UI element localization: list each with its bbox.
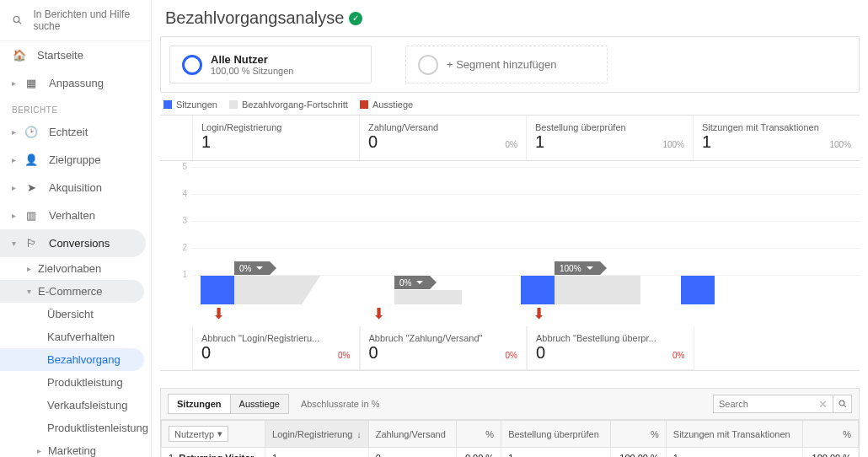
chevron-down-icon: ▾	[217, 428, 222, 439]
clear-icon[interactable]: ✕	[815, 398, 831, 411]
legend-swatch	[163, 100, 172, 109]
y-axis: 1 2 3 4 5	[160, 161, 192, 304]
table-search: ✕	[713, 395, 852, 413]
segment-subtitle: 100,00 % Sitzungen	[211, 66, 293, 76]
funnel-bar-1: 0%	[201, 276, 302, 304]
sort-desc-icon: ↓	[356, 429, 362, 439]
person-icon: 👤	[24, 153, 39, 166]
page-title: Bezahlvorgangsanalyse	[165, 8, 344, 28]
svg-line-3	[844, 405, 846, 407]
chevron-right-icon: ▸	[12, 78, 20, 88]
th-pct[interactable]: %	[802, 421, 858, 448]
chart-legend: Sitzungen Bezahlvorgang-Fortschritt Auss…	[163, 99, 860, 110]
th-payment[interactable]: Zahlung/Versand	[368, 421, 456, 448]
verified-icon: ✓	[349, 12, 362, 25]
svg-point-0	[13, 17, 19, 23]
svg-line-1	[19, 21, 21, 24]
chevron-down-icon: ▾	[12, 239, 20, 248]
segment-add[interactable]: + Segment hinzufügen	[405, 46, 608, 83]
th-pct[interactable]: %	[610, 421, 666, 448]
nav-ec-listperf[interactable]: Produktlistenleistung	[0, 417, 151, 439]
svg-point-2	[839, 401, 844, 406]
th-review[interactable]: Bestellung überprüfen	[501, 421, 611, 448]
search-placeholder: In Berichten und Hilfe suche	[33, 8, 139, 32]
nav-home[interactable]: 🏠Startseite	[0, 41, 151, 69]
th-login[interactable]: Login/Registrierung ↓	[265, 421, 369, 448]
search-icon[interactable]	[833, 395, 851, 413]
th-usertype[interactable]: Nutzertyp▾	[162, 421, 265, 448]
funnel-header-2: Zahlung/Versand00%	[359, 116, 526, 160]
flag-icon: 🏳	[24, 237, 39, 250]
table-row[interactable]: 1 Returning Visitor 1 00.00 % 1100.00 % …	[162, 448, 859, 458]
nav-goals[interactable]: ▸Zielvorhaben	[0, 257, 151, 280]
behavior-icon: ▥	[24, 209, 39, 222]
nav-ec-product[interactable]: Produktleistung	[0, 371, 151, 394]
nav-realtime[interactable]: ▸🕑Echtzeit	[0, 118, 151, 146]
funnel-header-4: Sitzungen mit Transaktionen1100%	[693, 116, 860, 160]
abandon-2: Abbruch "Zahlung/Versand"00%	[360, 326, 528, 370]
chevron-right-icon: ▸	[27, 264, 35, 273]
th-transactions[interactable]: Sitzungen mit Transaktionen	[666, 421, 802, 448]
legend-swatch	[229, 100, 238, 109]
chevron-down-icon	[587, 266, 593, 270]
tab-exits[interactable]: Ausstiege	[231, 394, 289, 414]
segment-panel: Alle Nutzer 100,00 % Sitzungen + Segment…	[160, 36, 860, 93]
progress-tag[interactable]: 0%	[394, 276, 430, 289]
legend-swatch	[360, 100, 368, 109]
funnel-header-1: Login/Registrierung1	[192, 116, 359, 160]
abandon-1: Abbruch "Login/Registrieru...00%	[192, 326, 360, 370]
chevron-down-icon	[256, 266, 263, 270]
progress-tag[interactable]: 0%	[234, 261, 270, 275]
arrow-down-icon: ⬇	[533, 304, 545, 323]
chevron-right-icon: ▸	[12, 127, 20, 137]
nav-acquisition[interactable]: ▸➤Akquisition	[0, 174, 151, 202]
nav-behavior[interactable]: ▸▥Verhalten	[0, 202, 151, 229]
nav-ec-shopping[interactable]: Kaufverhalten	[0, 325, 151, 348]
search-input[interactable]	[714, 399, 815, 409]
funnel-header-3: Bestellung überprüfen1100%	[526, 116, 693, 160]
home-icon: 🏠	[12, 49, 27, 62]
nav-section-reports: BERICHTE	[0, 97, 151, 118]
rate-label: Abschlussrate in %	[301, 399, 380, 409]
nav-ec-marketing[interactable]: ▸Marketing	[0, 439, 151, 457]
nav-ec-checkout[interactable]: Bezahlvorgang	[0, 348, 144, 371]
search-row[interactable]: In Berichten und Hilfe suche	[0, 0, 151, 41]
nav-ec-sales[interactable]: Verkaufsleistung	[0, 394, 151, 417]
dashboard-icon: ▦	[24, 77, 39, 89]
progress-tag[interactable]: 100%	[555, 261, 600, 275]
arrow-down-icon: ⬇	[212, 304, 225, 323]
funnel-bar-4	[681, 276, 715, 304]
chevron-right-icon: ▸	[12, 155, 20, 164]
abandon-3: Abbruch "Bestellung überpr...00%	[527, 326, 694, 370]
segment-ring-icon	[418, 55, 438, 75]
data-table: Sitzungen Ausstiege Abschlussrate in % ✕…	[160, 388, 860, 457]
tab-sessions[interactable]: Sitzungen	[168, 394, 231, 414]
segment-all-users[interactable]: Alle Nutzer 100,00 % Sitzungen	[169, 46, 372, 83]
chevron-right-icon: ▸	[12, 183, 20, 192]
nav-conversions[interactable]: ▾🏳Conversions	[0, 229, 146, 257]
main-content: Bezahlvorgangsanalyse ✓ Alle Nutzer 100,…	[152, 0, 868, 457]
arrow-down-icon: ⬇	[372, 304, 385, 323]
clock-icon: 🕑	[24, 126, 39, 138]
chevron-down-icon: ▾	[27, 287, 35, 296]
segment-ring-icon	[182, 55, 202, 75]
nav-ecommerce[interactable]: ▾E-Commerce	[0, 280, 144, 303]
funnel-bar-3: 100%	[521, 276, 622, 304]
nav-customization[interactable]: ▸▦Anpassung	[0, 69, 151, 97]
nav-audience[interactable]: ▸👤Zielgruppe	[0, 146, 151, 174]
funnel-chart: Login/Registrierung1 Zahlung/Versand00% …	[160, 115, 860, 371]
search-icon	[12, 13, 23, 27]
chevron-down-icon	[416, 281, 423, 284]
nav-ec-overview[interactable]: Übersicht	[0, 303, 151, 325]
sidebar: In Berichten und Hilfe suche 🏠Startseite…	[0, 0, 152, 457]
chevron-right-icon: ▸	[37, 446, 46, 455]
acquisition-icon: ➤	[24, 181, 39, 194]
segment-title: Alle Nutzer	[211, 53, 293, 66]
plot-area: 0% 0% 100% ⬇ ⬇ ⬇	[192, 161, 860, 304]
th-pct[interactable]: %	[456, 421, 501, 448]
chevron-right-icon: ▸	[12, 211, 20, 220]
